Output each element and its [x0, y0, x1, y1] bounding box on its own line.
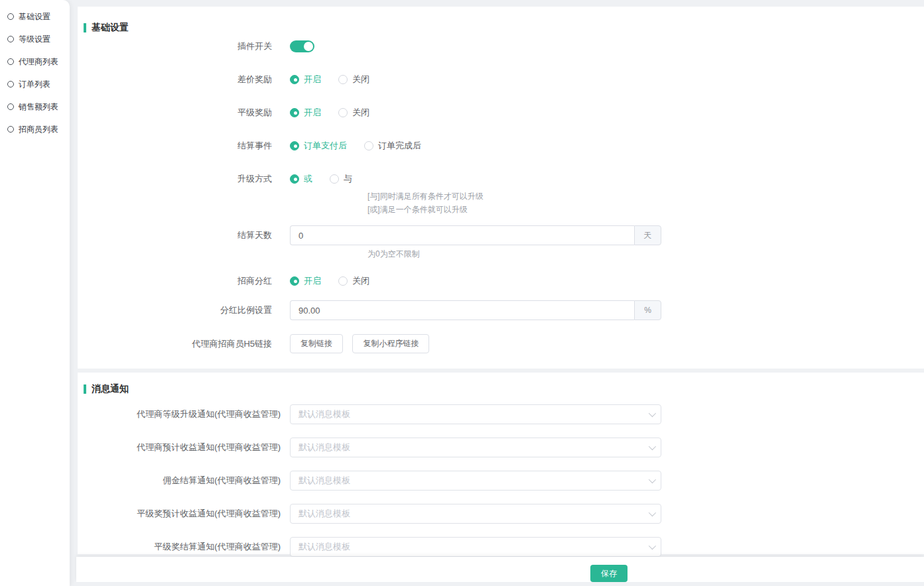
- select-placeholder: 默认消息模板: [298, 541, 350, 553]
- circle-icon: [7, 81, 14, 88]
- field-label: 结算天数: [78, 229, 272, 241]
- field-label: 结算事件: [78, 140, 272, 152]
- radio-icon: [338, 75, 348, 84]
- sidebar-item-label: 招商员列表: [19, 124, 58, 135]
- sidebar-item-label: 等级设置: [19, 34, 50, 45]
- radio-option-label: 订单完成后: [378, 140, 421, 152]
- radio-option-on[interactable]: 开启: [290, 107, 321, 119]
- form-row-plugin-switch: 插件开关: [78, 40, 924, 52]
- radio-option-label: 或: [304, 173, 312, 185]
- radio-option-after-payment[interactable]: 订单支付后: [290, 140, 347, 152]
- form-row-upgrade-mode: 升级方式 或 与: [78, 172, 924, 185]
- field-label: 平级奖预计收益通知(代理商收益管理): [78, 508, 281, 520]
- form-row-commission-settle-notify: 佣金结算通知(代理商收益管理) 默认消息模板: [78, 471, 924, 491]
- sidebar-item-label: 销售额列表: [19, 101, 58, 113]
- help-text: [或]满足一个条件就可以升级: [367, 203, 924, 216]
- radio-option-off[interactable]: 关闭: [338, 74, 369, 86]
- chevron-down-icon: [649, 476, 656, 483]
- radio-option-after-complete[interactable]: 订单完成后: [364, 140, 421, 152]
- radio-option-off[interactable]: 关闭: [338, 275, 369, 287]
- field-label: 代理商招商员H5链接: [78, 338, 272, 350]
- message-notify-panel: 消息通知 代理商等级升级通知(代理商收益管理) 默认消息模板 代理商预计收益通知…: [78, 373, 924, 554]
- sidebar-item-label: 代理商列表: [19, 56, 58, 68]
- radio-option-and[interactable]: 与: [330, 173, 352, 185]
- radio-option-label: 订单支付后: [304, 140, 347, 152]
- field-label: 佣金结算通知(代理商收益管理): [78, 475, 281, 487]
- radio-option-label: 开启: [304, 74, 321, 86]
- chevron-down-icon: [649, 410, 656, 417]
- radio-selected-icon: [290, 108, 299, 117]
- radio-selected-icon: [290, 141, 299, 150]
- radio-option-label: 关闭: [352, 107, 369, 119]
- radio-selected-icon: [290, 276, 299, 286]
- sidebar-item-basic-settings[interactable]: 基础设置: [0, 5, 70, 28]
- radio-option-label: 关闭: [352, 74, 369, 86]
- form-row-expected-income-notify: 代理商预计收益通知(代理商收益管理) 默认消息模板: [78, 438, 924, 457]
- footer-bar: 保存: [76, 557, 924, 582]
- form-row-samelevel-settle-notify: 平级奖结算通知(代理商收益管理) 默认消息模板: [78, 537, 924, 557]
- template-select[interactable]: 默认消息模板: [290, 438, 661, 457]
- chevron-down-icon: [649, 509, 656, 516]
- settlement-days-help: 为0为空不限制: [367, 249, 924, 260]
- field-label: 代理商预计收益通知(代理商收益管理): [78, 441, 281, 453]
- field-label: 平级奖结算通知(代理商收益管理): [78, 541, 281, 553]
- section-title: 基础设置: [92, 22, 129, 34]
- radio-option-or[interactable]: 或: [290, 173, 312, 185]
- radio-option-label: 开启: [304, 107, 321, 119]
- select-placeholder: 默认消息模板: [298, 475, 350, 487]
- radio-option-off[interactable]: 关闭: [338, 107, 369, 119]
- form-row-samelevel-expected-notify: 平级奖预计收益通知(代理商收益管理) 默认消息模板: [78, 504, 924, 524]
- template-select[interactable]: 默认消息模板: [290, 537, 661, 557]
- toggle-knob-icon: [304, 42, 313, 51]
- form-row-settlement-days: 结算天数 天: [78, 225, 924, 245]
- sidebar-item-agent-list[interactable]: 代理商列表: [0, 50, 70, 73]
- sidebar: 基础设置 等级设置 代理商列表 订单列表 销售额列表 招商员列表: [0, 0, 70, 586]
- field-label: 升级方式: [78, 173, 272, 185]
- form-row-dividend-ratio: 分红比例设置 %: [78, 300, 924, 320]
- sidebar-item-sales-list[interactable]: 销售额列表: [0, 95, 70, 118]
- radio-option-label: 开启: [304, 275, 321, 287]
- select-placeholder: 默认消息模板: [298, 408, 350, 420]
- template-select[interactable]: 默认消息模板: [290, 504, 661, 524]
- radio-option-on[interactable]: 开启: [290, 275, 321, 287]
- sidebar-item-label: 基础设置: [19, 11, 50, 23]
- form-row-settlement-event: 结算事件 订单支付后 订单完成后: [78, 139, 924, 152]
- select-placeholder: 默认消息模板: [298, 441, 350, 453]
- circle-icon: [7, 13, 14, 20]
- sidebar-item-order-list[interactable]: 订单列表: [0, 73, 70, 95]
- sidebar-item-recruiter-list[interactable]: 招商员列表: [0, 118, 70, 141]
- sidebar-item-level-settings[interactable]: 等级设置: [0, 28, 70, 50]
- section-accent-bar: [84, 384, 86, 394]
- field-label: 分红比例设置: [78, 304, 272, 316]
- field-label: 代理商等级升级通知(代理商收益管理): [78, 408, 281, 420]
- radio-icon: [338, 108, 348, 117]
- dividend-ratio-input[interactable]: [290, 300, 634, 320]
- chevron-down-icon: [649, 542, 656, 550]
- radio-icon: [338, 276, 348, 286]
- field-label: 平级奖励: [78, 107, 272, 119]
- circle-icon: [7, 58, 14, 65]
- template-select[interactable]: 默认消息模板: [290, 404, 661, 424]
- circle-icon: [7, 126, 14, 133]
- upgrade-mode-help: [与]同时满足所有条件才可以升级 [或]满足一个条件就可以升级: [367, 190, 924, 216]
- plugin-switch-toggle[interactable]: [290, 40, 314, 52]
- help-text: [与]同时满足所有条件才可以升级: [367, 190, 924, 203]
- field-label: 招商分红: [78, 275, 272, 287]
- template-select[interactable]: 默认消息模板: [290, 471, 661, 491]
- input-suffix-days: 天: [634, 225, 661, 245]
- form-row-level-upgrade-notify: 代理商等级升级通知(代理商收益管理) 默认消息模板: [78, 404, 924, 424]
- save-button[interactable]: 保存: [590, 565, 627, 582]
- circle-icon: [7, 36, 14, 42]
- radio-selected-icon: [290, 174, 299, 184]
- sidebar-item-label: 订单列表: [19, 79, 50, 90]
- radio-selected-icon: [290, 75, 299, 84]
- section-title: 消息通知: [92, 383, 129, 395]
- copy-miniprogram-link-button[interactable]: 复制小程序链接: [352, 334, 429, 353]
- settlement-days-input[interactable]: [290, 225, 634, 245]
- radio-option-on[interactable]: 开启: [290, 74, 321, 86]
- copy-link-button[interactable]: 复制链接: [290, 334, 343, 353]
- radio-icon: [364, 141, 373, 150]
- circle-icon: [7, 103, 14, 110]
- section-header: 基础设置: [84, 22, 924, 34]
- field-label: 差价奖励: [78, 74, 272, 86]
